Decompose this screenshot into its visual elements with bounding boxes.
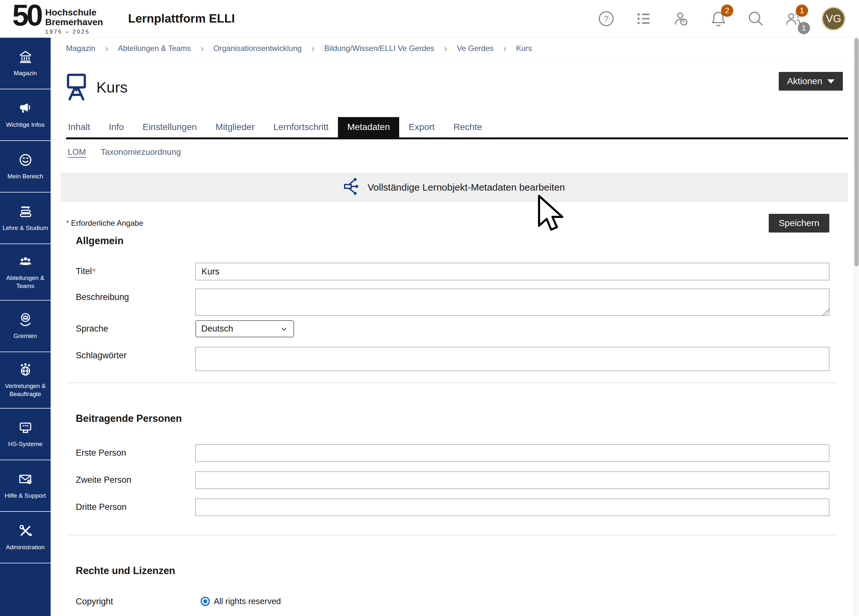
titel-input[interactable] [195,263,829,280]
sidebar-item-lehre-studium[interactable]: Lehre & Studium [0,192,51,244]
tab-rechte[interactable]: Rechte [444,117,491,138]
titel-label: Titel* [66,263,195,280]
dritte-person-label: Dritte Person [66,499,195,516]
breadcrumb-item[interactable]: Ve Gerdes [457,44,494,53]
breadcrumb-item[interactable]: Abteilungen & Teams [118,44,191,53]
schlagwoerter-label: Schlagwörter [66,347,195,371]
dritte-person-input[interactable] [195,499,829,516]
user-activity-icon[interactable] [672,10,690,28]
sidebar-item-magazin[interactable]: Magazin [0,38,51,89]
subtab-taxonomiezuordnung[interactable]: Taxonomiezuordnung [101,147,181,157]
sidebar-item-hilfe-support[interactable]: ? Hilfe & Support [0,460,51,512]
erste-person-label: Erste Person [66,444,195,462]
sidebar-item-label: Mein Bereich [8,172,43,181]
sidebar-item-label: Abteilungen & Teams [1,274,50,290]
section-title-allgemein: Allgemein [76,235,829,247]
sidebar-item-label: Administration [6,543,44,552]
sidebar-item-vertretungen[interactable]: Vertretungen & Beauftragte [0,352,51,409]
sidebar-item-administration[interactable]: Administration [0,512,51,563]
breadcrumb-item[interactable]: Magazin [66,44,95,53]
sidebar-item-mein-bereich[interactable]: Mein Bereich [0,141,51,192]
tab-metadaten[interactable]: Metadaten [338,117,399,138]
svg-text:?: ? [28,480,30,484]
scrollbar-thumb[interactable] [854,38,859,266]
university-logo[interactable]: 50 Hochschule Bremerhaven 1975 – 2025 [12,3,103,35]
beschreibung-label: Beschreibung [66,289,195,317]
zweite-person-label: Zweite Person [66,472,195,489]
sidebar-item-label: Vertretungen & Beauftragte [1,382,50,398]
course-easel-icon [66,73,87,101]
sidebar-item-gremien[interactable]: Gremien [0,300,51,352]
breadcrumb-item[interactable]: Organisationsentwicklung [214,44,301,53]
sidebar-item-wichtige-infos[interactable]: Wichtige Infos [0,89,51,141]
sprache-label: Sprache [66,320,195,337]
tab-export[interactable]: Export [399,117,444,138]
mail-question-icon: ? [18,472,33,488]
breadcrumb-separator-icon: › [201,43,204,54]
tab-info[interactable]: Info [100,117,133,138]
tab-inhalt[interactable]: Inhalt [66,117,100,138]
chevron-down-icon [280,325,288,333]
sidebar-item-label: Hilfe & Support [5,492,46,500]
section-divider [66,383,837,383]
copyright-label: Copyright [66,596,195,607]
contacts-icon[interactable]: 1 1 [784,10,802,28]
books-cap-icon [18,204,33,220]
copyright-radio[interactable] [201,597,210,606]
sidebar-item-label: Magazin [14,69,37,77]
notifications-bell-icon[interactable]: 2 [709,10,728,28]
actions-button[interactable]: Aktionen [779,72,843,91]
edit-full-metadata-label: Vollständige Lernobjekt-Metadaten bearbe… [368,182,565,193]
list-icon[interactable] [634,10,653,28]
breadcrumb-item[interactable]: Bildung/Wissen/ELLI Ve Gerdes [324,44,435,53]
save-button[interactable]: Speichern [769,214,829,233]
tab-einstellungen[interactable]: Einstellungen [133,117,206,138]
tab-mitglieder[interactable]: Mitglieder [206,117,264,138]
edit-full-metadata-banner[interactable]: Vollständige Lernobjekt-Metadaten bearbe… [61,172,848,202]
megaphone-icon [18,101,33,117]
breadcrumb-item[interactable]: Kurs [516,44,532,53]
sidebar-item-abteilungen-teams[interactable]: Abteilungen & Teams [0,244,51,300]
section-title-beitragende: Beitragende Personen [76,413,829,424]
main-content: Magazin › Abteilungen & Teams › Organisa… [51,38,859,607]
logo-50: 50 [12,3,41,28]
metadata-nodes-icon [344,177,360,198]
tab-lernfortschritt[interactable]: Lernfortschritt [264,117,338,138]
zweite-person-input[interactable] [195,472,829,489]
breadcrumb: Magazin › Abteilungen & Teams › Organisa… [51,38,859,59]
hand-people-icon [18,312,33,328]
sidebar: Magazin Wichtige Infos Mein Bereich [0,38,51,616]
logo-line1: Hochschule [45,8,103,17]
smiley-icon [18,153,33,169]
globe-people-icon [18,362,33,378]
logo-line2: Bremerhaven [45,17,103,27]
actions-button-label: Aktionen [787,76,822,86]
search-icon[interactable] [747,10,765,28]
copyright-radio-label: All rights reserved [214,596,281,606]
sidebar-item-label: Lehre & Studium [3,224,48,232]
beschreibung-textarea[interactable] [195,289,829,316]
vertical-scrollbar [854,38,859,616]
breadcrumb-separator-icon: › [311,43,315,54]
section-divider [66,535,837,535]
breadcrumb-separator-icon: › [444,43,447,54]
subtab-lom[interactable]: LOM [68,147,86,157]
user-avatar[interactable]: VG [822,7,845,31]
subtab-bar: LOM Taxonomiezuordnung [68,147,859,157]
notifications-badge: 2 [721,5,733,17]
logo-years: 1975 – 2025 [45,29,103,35]
section-title-rechte: Rechte und Lizenzen [76,565,829,577]
erste-person-input[interactable] [195,444,829,462]
schlagwoerter-input[interactable] [195,347,829,371]
monitor-icon: *** [18,420,33,436]
chevron-down-icon [828,79,834,83]
titel-required-asterisk: * [92,267,95,276]
sidebar-item-hs-systeme[interactable]: *** HS-Systeme [0,409,51,460]
svg-text:***: *** [22,423,28,430]
required-asterisk: * [66,219,69,227]
help-icon[interactable]: ? [597,10,615,28]
sprache-select[interactable]: Deutsch [195,320,294,337]
svg-text:?: ? [604,14,609,24]
bank-icon [18,49,33,66]
sidebar-item-label: Gremien [14,332,37,340]
